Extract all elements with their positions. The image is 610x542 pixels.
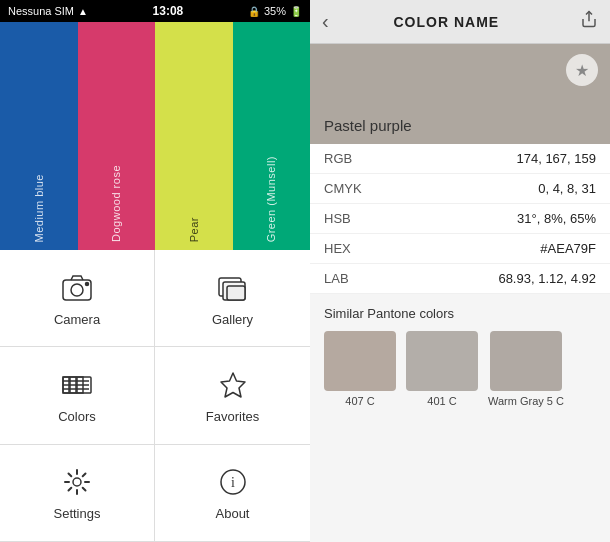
lab-label: LAB xyxy=(324,271,349,286)
back-button[interactable]: ‹ xyxy=(322,10,329,33)
hex-row: HEX #AEA79F xyxy=(310,234,610,264)
cmyk-row: CMYK 0, 4, 8, 31 xyxy=(310,174,610,204)
nav-item-about[interactable]: i About xyxy=(155,445,310,542)
time-text: 13:08 xyxy=(153,4,184,18)
about-label: About xyxy=(216,506,250,521)
svg-point-14 xyxy=(73,478,81,486)
colors-label: Colors xyxy=(58,409,96,424)
pantone-title: Similar Pantone colors xyxy=(324,306,596,321)
lab-value: 68.93, 1.12, 4.92 xyxy=(498,271,596,286)
rgb-value: 174, 167, 159 xyxy=(516,151,596,166)
color-name: Pastel purple xyxy=(324,117,412,134)
about-icon: i xyxy=(215,464,251,500)
cmyk-value: 0, 4, 8, 31 xyxy=(538,181,596,196)
pantone-color-2 xyxy=(490,331,562,391)
colors-icon xyxy=(59,367,95,403)
left-panel: Nessuna SIM ▲ 13:08 🔒 35% 🔋 Medium blue … xyxy=(0,0,310,542)
pantone-color-0 xyxy=(324,331,396,391)
status-right: 🔒 35% 🔋 xyxy=(248,5,302,17)
color-strip-label-2: Pear xyxy=(188,217,200,242)
rgb-row: RGB 174, 167, 159 xyxy=(310,144,610,174)
share-button[interactable] xyxy=(580,10,598,33)
camera-label: Camera xyxy=(54,312,100,327)
nav-grid: Camera Gallery Colors xyxy=(0,250,310,542)
right-header: ‹ COLOR NAME xyxy=(310,0,610,44)
svg-text:i: i xyxy=(231,475,235,490)
settings-label: Settings xyxy=(54,506,101,521)
pantone-swatch-2[interactable]: Warm Gray 5 C xyxy=(488,331,564,407)
status-bar: Nessuna SIM ▲ 13:08 🔒 35% 🔋 xyxy=(0,0,310,22)
pantone-swatch-0[interactable]: 407 C xyxy=(324,331,396,407)
color-strip-3[interactable]: Green (Munsell) xyxy=(233,22,311,250)
color-strip-2[interactable]: Pear xyxy=(155,22,233,250)
color-strip-label-0: Medium blue xyxy=(33,174,45,242)
settings-icon xyxy=(59,464,95,500)
pantone-swatch-1[interactable]: 401 C xyxy=(406,331,478,407)
lab-row: LAB 68.93, 1.12, 4.92 xyxy=(310,264,610,294)
svg-point-1 xyxy=(71,284,83,296)
favorites-label: Favorites xyxy=(206,409,259,424)
svg-marker-13 xyxy=(221,373,245,397)
nav-item-favorites[interactable]: Favorites xyxy=(155,347,310,444)
cmyk-label: CMYK xyxy=(324,181,362,196)
nav-item-gallery[interactable]: Gallery xyxy=(155,250,310,347)
hsb-value: 31°, 8%, 65% xyxy=(517,211,596,226)
color-preview: Pastel purple ★ xyxy=(310,44,610,144)
battery-icon: 🔋 xyxy=(290,6,302,17)
svg-point-2 xyxy=(86,282,89,285)
color-strip-1[interactable]: Dogwood rose xyxy=(78,22,156,250)
status-left: Nessuna SIM ▲ xyxy=(8,5,88,17)
nav-item-camera[interactable]: Camera xyxy=(0,250,155,347)
gallery-icon xyxy=(215,270,251,306)
camera-icon xyxy=(59,270,95,306)
hex-value: #AEA79F xyxy=(540,241,596,256)
nav-item-colors[interactable]: Colors xyxy=(0,347,155,444)
pantone-label-0: 407 C xyxy=(345,395,374,407)
hex-label: HEX xyxy=(324,241,351,256)
hsb-row: HSB 31°, 8%, 65% xyxy=(310,204,610,234)
pantone-section: Similar Pantone colors 407 C 401 C Warm … xyxy=(310,294,610,415)
star-button[interactable]: ★ xyxy=(566,54,598,86)
gallery-label: Gallery xyxy=(212,312,253,327)
favorites-icon xyxy=(215,367,251,403)
hsb-label: HSB xyxy=(324,211,351,226)
svg-rect-5 xyxy=(227,286,245,300)
header-title: COLOR NAME xyxy=(337,14,556,30)
rgb-label: RGB xyxy=(324,151,352,166)
color-strip-label-1: Dogwood rose xyxy=(110,165,122,242)
right-panel: ‹ COLOR NAME Pastel purple ★ RGB 174, 16… xyxy=(310,0,610,542)
lock-icon: 🔒 xyxy=(248,6,260,17)
pantone-label-2: Warm Gray 5 C xyxy=(488,395,564,407)
pantone-swatches: 407 C 401 C Warm Gray 5 C xyxy=(324,331,596,407)
pantone-label-1: 401 C xyxy=(427,395,456,407)
color-details: RGB 174, 167, 159 CMYK 0, 4, 8, 31 HSB 3… xyxy=(310,144,610,294)
wifi-icon: ▲ xyxy=(78,6,88,17)
nav-item-settings[interactable]: Settings xyxy=(0,445,155,542)
battery-text: 35% xyxy=(264,5,286,17)
pantone-color-1 xyxy=(406,331,478,391)
color-strip-0[interactable]: Medium blue xyxy=(0,22,78,250)
carrier-text: Nessuna SIM xyxy=(8,5,74,17)
color-strip-label-3: Green (Munsell) xyxy=(265,156,277,242)
color-strips: Medium blue Dogwood rose Pear Green (Mun… xyxy=(0,22,310,250)
